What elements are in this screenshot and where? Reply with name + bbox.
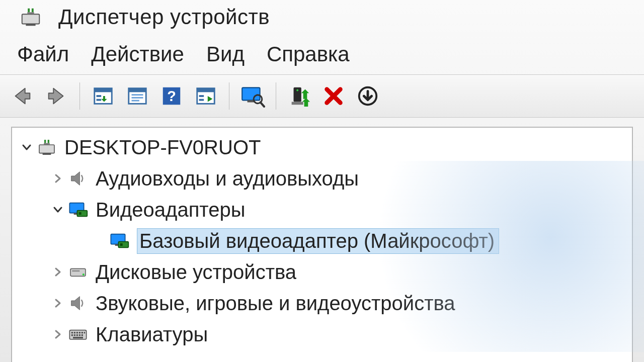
forward-button[interactable]	[41, 81, 71, 111]
svg-rect-45	[71, 332, 73, 333]
tree-item-disk-drives[interactable]: Дисковые устройства	[12, 256, 632, 288]
menu-action[interactable]: Действие	[91, 42, 184, 66]
svg-rect-52	[74, 334, 75, 336]
svg-rect-50	[84, 332, 86, 333]
title-bar: Диспетчер устройств	[0, 0, 644, 33]
svg-rect-18	[199, 95, 204, 97]
svg-rect-31	[48, 140, 49, 143]
properties-icon	[126, 84, 149, 108]
svg-rect-32	[44, 143, 50, 145]
tree-item-label: Дисковые устройства	[96, 260, 296, 285]
toolbar: ?	[0, 74, 644, 118]
svg-rect-0	[22, 14, 40, 24]
svg-rect-55	[82, 334, 83, 336]
disk-drive-icon	[66, 260, 90, 284]
svg-point-42	[83, 274, 85, 276]
svg-rect-10	[129, 88, 146, 93]
tree-root[interactable]: DESKTOP-FV0RUOT	[12, 132, 632, 163]
help-icon: ?	[160, 84, 183, 108]
arrow-right-icon	[45, 84, 68, 108]
display-adapter-icon	[66, 198, 90, 221]
svg-rect-29	[43, 153, 51, 155]
speaker-icon	[66, 292, 90, 315]
properties-button[interactable]	[122, 81, 152, 111]
svg-rect-13	[132, 100, 139, 102]
chevron-right-icon[interactable]	[49, 326, 66, 343]
window-play-icon	[194, 84, 217, 108]
scan-hardware-button[interactable]	[237, 81, 268, 111]
svg-text:?: ?	[167, 88, 176, 104]
chevron-right-icon[interactable]	[49, 295, 66, 312]
tree-root-label: DESKTOP-FV0RUOT	[64, 135, 261, 160]
svg-rect-36	[79, 212, 82, 215]
device-up-arrow-icon	[288, 84, 311, 108]
menu-view[interactable]: Вид	[206, 42, 245, 66]
x-icon	[322, 84, 345, 108]
window-list-icon	[92, 84, 115, 108]
update-driver-button[interactable]	[191, 81, 221, 111]
toolbar-separator	[229, 82, 229, 110]
tree-item-basic-display-adapter[interactable]: Базовый видеоадаптер (Майкрософт)	[12, 225, 632, 256]
help-button[interactable]: ?	[156, 81, 187, 111]
svg-rect-40	[120, 243, 123, 246]
svg-rect-46	[74, 332, 75, 333]
enable-device-button[interactable]	[284, 81, 314, 111]
tree-item-sound-video-game[interactable]: Звуковые, игровые и видеоустройства	[12, 288, 632, 319]
svg-rect-3	[32, 9, 34, 13]
chevron-right-icon[interactable]	[49, 170, 66, 187]
svg-rect-8	[97, 99, 102, 101]
svg-rect-6	[95, 88, 112, 93]
speaker-icon	[66, 167, 90, 190]
svg-rect-53	[76, 334, 78, 336]
tree-item-display-adapters[interactable]: Видеоадаптеры	[12, 194, 632, 225]
chevron-down-icon[interactable]	[49, 201, 66, 218]
menu-file[interactable]: Файл	[17, 42, 69, 66]
svg-rect-19	[199, 99, 204, 101]
svg-rect-12	[132, 97, 143, 99]
svg-rect-54	[79, 334, 80, 336]
disable-device-button[interactable]	[318, 81, 349, 111]
svg-rect-1	[26, 24, 35, 26]
tree-item-label: Звуковые, игровые и видеоустройства	[96, 291, 455, 316]
svg-point-25	[296, 89, 298, 92]
svg-rect-47	[76, 332, 78, 333]
svg-rect-2	[28, 9, 30, 13]
keyboard-icon	[66, 323, 90, 346]
device-tree: DESKTOP-FV0RUOT Аудиовходы и аудиовыходы	[11, 127, 633, 362]
toolbar-separator	[276, 82, 276, 110]
svg-rect-35	[77, 211, 87, 217]
computer-icon	[35, 136, 58, 159]
toolbar-separator	[79, 82, 80, 110]
svg-rect-51	[71, 334, 73, 336]
menu-bar: Файл Действие Вид Справка	[0, 33, 644, 74]
svg-rect-49	[82, 332, 83, 333]
svg-rect-26	[292, 102, 303, 105]
svg-rect-11	[132, 94, 143, 96]
svg-rect-28	[39, 145, 54, 153]
tree-item-audio-io[interactable]: Аудиовходы и аудиовыходы	[12, 163, 632, 194]
uninstall-device-button[interactable]	[353, 81, 383, 111]
back-button[interactable]	[7, 81, 37, 111]
tree-item-label: Клавиатуры	[96, 322, 208, 347]
svg-rect-7	[97, 95, 102, 97]
show-hidden-button[interactable]	[88, 81, 118, 111]
svg-rect-17	[197, 88, 215, 93]
svg-rect-43	[72, 270, 79, 272]
monitor-search-icon	[240, 83, 265, 109]
tree-item-label: Базовый видеоадаптер (Майкрософт)	[137, 228, 499, 254]
tree-item-label: Видеоадаптеры	[96, 198, 245, 222]
menu-help[interactable]: Справка	[267, 42, 350, 66]
svg-rect-56	[73, 337, 83, 338]
svg-rect-30	[44, 140, 46, 143]
svg-rect-4	[27, 12, 34, 14]
computer-icon	[19, 6, 42, 29]
svg-line-23	[261, 103, 264, 107]
tree-item-keyboards[interactable]: Клавиатуры	[12, 319, 632, 350]
window-title: Диспетчер устройств	[58, 5, 270, 29]
svg-rect-48	[79, 332, 80, 333]
arrow-left-icon	[11, 84, 34, 108]
display-adapter-icon	[108, 229, 131, 252]
chevron-right-icon[interactable]	[49, 263, 66, 281]
chevron-down-icon[interactable]	[18, 139, 35, 156]
circle-down-arrow-icon	[356, 84, 379, 108]
